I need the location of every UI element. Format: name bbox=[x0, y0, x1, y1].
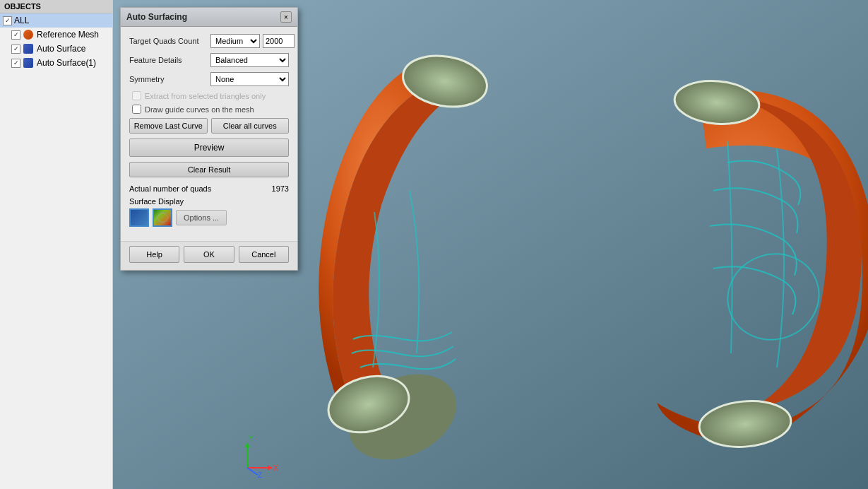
objects-header: OBJECTS bbox=[0, 0, 112, 13]
left-panel: OBJECTS ✓ ALL ✓ Reference Mesh ✓ Auto Su… bbox=[0, 0, 113, 489]
help-button[interactable]: Help bbox=[129, 246, 179, 263]
cancel-button[interactable]: Cancel bbox=[239, 246, 289, 263]
target-quads-row: Target Quads Count Medium Low High Custo… bbox=[129, 34, 289, 48]
checkbox-reference-mesh[interactable]: ✓ bbox=[11, 30, 20, 40]
preview-button[interactable]: Preview bbox=[129, 139, 289, 157]
checkbox-all[interactable]: ✓ bbox=[3, 16, 12, 25]
dialog-close-button[interactable]: × bbox=[280, 11, 292, 23]
feature-details-control: Balanced Coarse Fine bbox=[210, 53, 289, 67]
checkbox-auto-surface[interactable]: ✓ bbox=[11, 45, 20, 54]
surface-icon bbox=[23, 44, 34, 54]
svg-marker-15 bbox=[244, 443, 250, 447]
tree-item-reference-mesh-label: Reference Mesh bbox=[37, 30, 99, 40]
target-quads-control: Medium Low High Custom bbox=[210, 34, 295, 48]
surface-swatch-multi[interactable] bbox=[153, 208, 172, 227]
surface-swatch-blue[interactable] bbox=[129, 208, 149, 227]
checkbox-auto-surface-1[interactable]: ✓ bbox=[11, 59, 20, 68]
actual-quads-value: 1973 bbox=[272, 184, 289, 193]
dialog-titlebar[interactable]: Auto Surfacing × bbox=[121, 8, 297, 27]
axis-indicator: X Y Z bbox=[237, 432, 283, 478]
dialog-footer: Help OK Cancel bbox=[121, 241, 297, 270]
auto-surfacing-dialog: Auto Surfacing × Target Quads Count Medi… bbox=[120, 7, 298, 271]
svg-point-19 bbox=[157, 212, 168, 223]
svg-text:Y: Y bbox=[249, 435, 254, 442]
actual-quads-label: Actual number of quads bbox=[129, 184, 211, 193]
feature-details-select[interactable]: Balanced Coarse Fine bbox=[210, 53, 289, 67]
tree-item-auto-surface-1[interactable]: ✓ Auto Surface(1) bbox=[0, 56, 112, 70]
tree-item-auto-surface[interactable]: ✓ Auto Surface bbox=[0, 42, 112, 56]
symmetry-control: None X Y Z bbox=[210, 72, 289, 86]
guide-label: Draw guide curves on the mesh bbox=[145, 105, 254, 114]
feature-details-row: Feature Details Balanced Coarse Fine bbox=[129, 53, 289, 67]
guide-row: Draw guide curves on the mesh bbox=[129, 105, 289, 114]
symmetry-row: Symmetry None X Y Z bbox=[129, 72, 289, 86]
extract-checkbox[interactable] bbox=[132, 91, 141, 100]
svg-text:Z: Z bbox=[258, 471, 262, 478]
clear-all-curves-button[interactable]: Clear all curves bbox=[211, 118, 290, 134]
feature-details-label: Feature Details bbox=[129, 56, 210, 64]
clear-result-button[interactable]: Clear Result bbox=[129, 162, 289, 177]
tree-item-all[interactable]: ✓ ALL bbox=[0, 13, 112, 28]
extract-label: Extract from selected triangles only bbox=[145, 92, 266, 100]
curve-buttons-row: Remove Last Curve Clear all curves bbox=[129, 118, 289, 134]
dialog-title: Auto Surfacing bbox=[126, 12, 187, 22]
tree-item-reference-mesh[interactable]: ✓ Reference Mesh bbox=[0, 28, 112, 42]
svg-marker-12 bbox=[268, 465, 272, 471]
viewport: ⊙ ▭ ▭ ▭ ⌒ ⌒ ▭ ⊕ ✛ bbox=[113, 0, 868, 489]
target-quads-select[interactable]: Medium Low High Custom bbox=[210, 34, 260, 48]
mesh-icon bbox=[23, 30, 34, 40]
tree-item-auto-surface-1-label: Auto Surface(1) bbox=[37, 58, 96, 68]
symmetry-label: Symmetry bbox=[129, 75, 210, 83]
surface-1-icon bbox=[23, 58, 34, 68]
dialog-body: Target Quads Count Medium Low High Custo… bbox=[121, 27, 297, 241]
tree-item-auto-surface-label: Auto Surface bbox=[37, 44, 85, 54]
surface-display-label: Surface Display bbox=[129, 197, 289, 206]
ok-button[interactable]: OK bbox=[184, 246, 234, 263]
symmetry-select[interactable]: None X Y Z bbox=[210, 72, 289, 86]
tree-item-all-label: ALL bbox=[14, 16, 29, 25]
extract-row: Extract from selected triangles only bbox=[129, 91, 289, 100]
options-button[interactable]: Options ... bbox=[176, 210, 227, 225]
guide-checkbox[interactable] bbox=[132, 105, 141, 114]
actual-quads-row: Actual number of quads 1973 bbox=[129, 184, 289, 193]
surface-display-row: Options ... bbox=[129, 208, 289, 227]
remove-last-curve-button[interactable]: Remove Last Curve bbox=[129, 118, 208, 134]
target-quads-label: Target Quads Count bbox=[129, 37, 210, 45]
target-quads-input[interactable] bbox=[263, 34, 295, 48]
svg-text:X: X bbox=[273, 464, 278, 472]
svg-line-17 bbox=[247, 468, 258, 475]
